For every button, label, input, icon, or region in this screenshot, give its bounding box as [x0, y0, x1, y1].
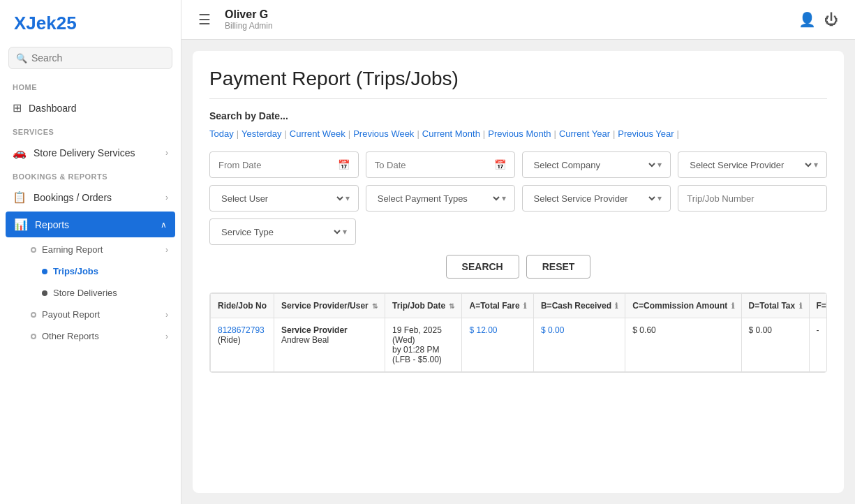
sort-date-icon[interactable]: ⇅	[449, 302, 454, 310]
company-dropdown-icon: ▾	[657, 160, 662, 170]
filter-row-3: Service Type ▾	[209, 218, 827, 245]
sidebar-item-reports[interactable]: 📊 Reports ∧	[6, 212, 175, 237]
select-company-wrapper[interactable]: Select Company ▾	[522, 151, 671, 178]
filter-today[interactable]: Today	[209, 128, 234, 139]
from-date-field[interactable]	[218, 160, 335, 170]
power-icon[interactable]: ⏻	[824, 12, 838, 28]
select-service-provider[interactable]: Select Service Provider	[687, 159, 814, 171]
user-info: Oliver G Billing Admin	[225, 8, 790, 31]
search-input[interactable]	[31, 52, 165, 64]
filter-current-year[interactable]: Current Year	[559, 128, 610, 139]
col-total-tax: D=Total Tax ℹ	[741, 294, 809, 318]
filter-current-week[interactable]: Current Week	[290, 128, 345, 139]
service-type-wrapper[interactable]: Service Type ▾	[209, 218, 356, 245]
from-date-input[interactable]: 📅	[209, 151, 359, 178]
store-delivery-arrow: ›	[165, 148, 168, 158]
service-type-select[interactable]: Service Type	[218, 226, 343, 238]
filter-previous-year[interactable]: Previous Year	[618, 128, 674, 139]
sidebar-item-bookings[interactable]: 📋 Bookings / Orders ›	[0, 184, 181, 210]
cell-ride-no: 8128672793 (Ride)	[211, 318, 274, 372]
logo-text2: 25	[57, 13, 77, 34]
filter-current-month[interactable]: Current Month	[422, 128, 480, 139]
reports-arrow: ∧	[161, 220, 167, 230]
reset-button[interactable]: RESET	[526, 255, 591, 279]
table-header-row: Ride/Job No Service Provider/User ⇅ Trip…	[211, 294, 828, 318]
user-role: Billing Admin	[225, 21, 790, 31]
other-dot	[31, 334, 36, 339]
filter-row-2: Select User ▾ Select Payment Types ▾ Sel…	[209, 185, 827, 212]
sidebar-item-earning-report[interactable]: Earning Report ›	[0, 239, 181, 260]
payout-dot	[31, 312, 36, 318]
sidebar-item-payout-report[interactable]: Payout Report ›	[0, 304, 181, 325]
sidebar-item-trips-jobs[interactable]: Trips/Jobs	[0, 260, 181, 282]
search-button[interactable]: SEARCH	[446, 255, 519, 279]
select-service-provider-wrapper[interactable]: Select Service Provider ▾	[678, 151, 827, 178]
trip-job-number-wrapper[interactable]	[678, 185, 827, 212]
other-arrow: ›	[165, 332, 168, 341]
service-provider2-dropdown-icon: ▾	[657, 193, 662, 203]
to-date-field[interactable]	[375, 160, 491, 170]
trip-job-number-input[interactable]	[687, 193, 818, 204]
to-date-input[interactable]: 📅	[366, 151, 515, 178]
cell-trip-date: 19 Feb, 2025 (Wed) by 01:28 PM (LFB - $5…	[385, 318, 462, 372]
sidebar-item-store-deliveries[interactable]: Store Deliveries	[0, 282, 181, 304]
cell-total-tax: $ 0.00	[741, 318, 809, 372]
store-delivery-icon: 🚗	[13, 146, 27, 159]
total-fare-link[interactable]: $ 12.00	[469, 325, 497, 335]
sort-provider-icon[interactable]: ⇅	[372, 302, 378, 310]
total-fare-info-icon: ℹ	[523, 302, 526, 310]
logo: XJek25	[0, 0, 181, 47]
sidebar-label-store-delivery: Store Delivery Services	[34, 147, 135, 158]
select-company[interactable]: Select Company	[531, 159, 658, 171]
search-bar[interactable]: 🔍	[8, 47, 172, 69]
hamburger-icon[interactable]: ☰	[198, 11, 211, 28]
reports-icon: 📊	[14, 218, 28, 231]
col-cash-received: B=Cash Received ℹ	[533, 294, 625, 318]
filter-yesterday[interactable]: Yesterday	[241, 128, 281, 139]
header: ☰ Oliver G Billing Admin 👤 ⏻	[181, 0, 855, 40]
sidebar-label-earning-report: Earning Report	[42, 244, 103, 255]
trips-dot	[42, 269, 47, 274]
logo-text1: XJek	[14, 13, 57, 34]
cell-cash-received: $ 0.00	[533, 318, 625, 372]
cell-commission: $ 0.60	[625, 318, 741, 372]
select-payment-types-wrapper[interactable]: Select Payment Types ▾	[366, 185, 515, 212]
earning-arrow: ›	[165, 245, 168, 255]
sidebar-item-store-delivery[interactable]: 🚗 Store Delivery Services ›	[0, 140, 181, 165]
header-icons: 👤 ⏻	[798, 11, 838, 28]
total-tax-info-icon: ℹ	[799, 302, 802, 310]
cell-provider: Service Provider Andrew Beal	[274, 318, 385, 372]
sidebar-item-dashboard[interactable]: ⊞ Dashboard	[0, 95, 181, 121]
sidebar-label-trips-jobs: Trips/Jobs	[53, 266, 98, 276]
cell-outstanding: -	[809, 318, 827, 372]
col-trip-job-date: Trip/Job Date ⇅	[385, 294, 462, 318]
col-ride-job-no: Ride/Job No	[211, 294, 274, 318]
select-service-provider2[interactable]: Select Service Provider	[531, 193, 658, 205]
filter-previous-month[interactable]: Previous Month	[488, 128, 551, 139]
sidebar-item-other-reports[interactable]: Other Reports ›	[0, 325, 181, 347]
button-row: SEARCH RESET	[209, 255, 827, 279]
filter-previous-week[interactable]: Previous Week	[353, 128, 414, 139]
cash-received-link[interactable]: $ 0.00	[541, 325, 564, 335]
bookings-arrow: ›	[165, 193, 168, 202]
earning-report-dot	[31, 247, 36, 253]
col-total-fare: A=Total Fare ℹ	[462, 294, 533, 318]
sidebar-label-dashboard: Dashboard	[29, 103, 77, 114]
user-icon[interactable]: 👤	[798, 11, 816, 28]
select-payment-types[interactable]: Select Payment Types	[375, 193, 502, 205]
table-row: 8128672793 (Ride) Service Provider Andre…	[211, 318, 828, 372]
trip-extra: (LFB - $5.00)	[392, 355, 442, 364]
filter-row-1: 📅 📅 Select Company ▾ Select Service Prov…	[209, 151, 827, 178]
sidebar-label-reports: Reports	[35, 219, 69, 230]
search-icon: 🔍	[16, 53, 27, 64]
select-service-provider2-wrapper[interactable]: Select Service Provider ▾	[522, 185, 671, 212]
date-filters: Today | Yesterday | Current Week | Previ…	[209, 128, 827, 139]
ride-job-link[interactable]: 8128672793	[218, 325, 265, 335]
select-user[interactable]: Select User	[218, 193, 345, 205]
ride-type: (Ride)	[218, 335, 241, 345]
cash-received-info-icon: ℹ	[615, 302, 618, 310]
select-user-wrapper[interactable]: Select User ▾	[209, 185, 359, 212]
results-table: Ride/Job No Service Provider/User ⇅ Trip…	[210, 293, 827, 372]
provider-label: Service Provider	[281, 325, 348, 335]
results-table-wrapper: Ride/Job No Service Provider/User ⇅ Trip…	[209, 292, 827, 373]
